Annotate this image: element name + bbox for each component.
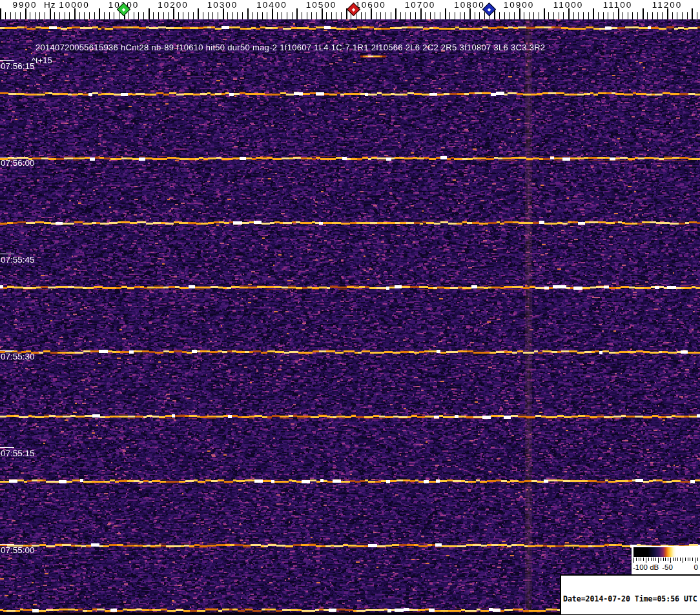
time-label-text: 07:55:15 [0,449,35,458]
time-tick [0,254,14,254]
freq-tick-label: 10000 [59,0,90,10]
info-box: Date=2014-07-20 Time=05:56 UTC Freq=143 … [560,574,700,615]
colorbar-gradient [633,547,698,557]
time-label-text: 07:55:45 [0,255,35,265]
freq-tick-label: 10200 [158,0,189,10]
time-cursor-label: ^t+15 [32,55,52,65]
marker-center-dot [488,8,491,12]
freq-tick-label: 10900 [504,0,535,10]
freq-tick-label: 10400 [256,0,287,10]
frequency-ruler: 9900100001010010200103001040010500106001… [0,0,700,19]
time-tick [0,350,14,351]
detection-annotation: 20140720055615936 hCnt28 nb-89 f10610 hi… [36,43,545,52]
freq-tick-label: 9900 [12,0,37,10]
freq-tick-label: 10800 [454,0,485,10]
time-label: 07:55:00 [0,544,35,555]
time-label: 07:55:30 [0,350,35,361]
time-label-text: 07:55:00 [0,545,35,555]
colorbar-ticks [633,558,698,563]
frequency-unit-label: Hz [44,0,56,10]
freq-tick-label: 10500 [306,0,337,10]
db-colorbar: -100 dB -50 0 [632,546,700,574]
marker-center-dot [122,8,126,12]
colorbar-labels: -100 dB -50 0 [632,563,700,573]
colorbar-max-label: 0 [694,563,698,571]
colorbar-mid-label: -50 [662,563,673,571]
colorbar-min-label: -100 dB [633,563,659,571]
time-label-text: 07:56:00 [0,158,35,168]
freq-tick-label: 10300 [207,0,238,10]
time-label: 07:55:45 [0,254,35,265]
time-label-text: 07:55:30 [0,352,35,361]
time-label: 07:56:00 [0,157,35,168]
freq-tick-label: 11100 [603,0,633,10]
time-tick [0,544,14,545]
time-tick [0,157,14,157]
freq-tick-label: 11000 [553,0,584,10]
info-date-line: Date=2014-07-20 Time=05:56 UTC [563,594,700,603]
time-label: 07:56:15 [0,60,35,71]
freq-tick-label: 11200 [652,0,683,10]
spectrogram-canvas [0,0,700,615]
time-label: 07:55:15 [0,447,35,458]
freq-tick-label: 10700 [405,0,436,10]
time-tick [0,447,14,448]
time-tick [0,60,14,61]
marker-center-dot [351,8,355,12]
time-label-text: 07:56:15 [0,61,35,71]
meteor-echo-display: 9900100001010010200103001040010500106001… [0,0,700,615]
